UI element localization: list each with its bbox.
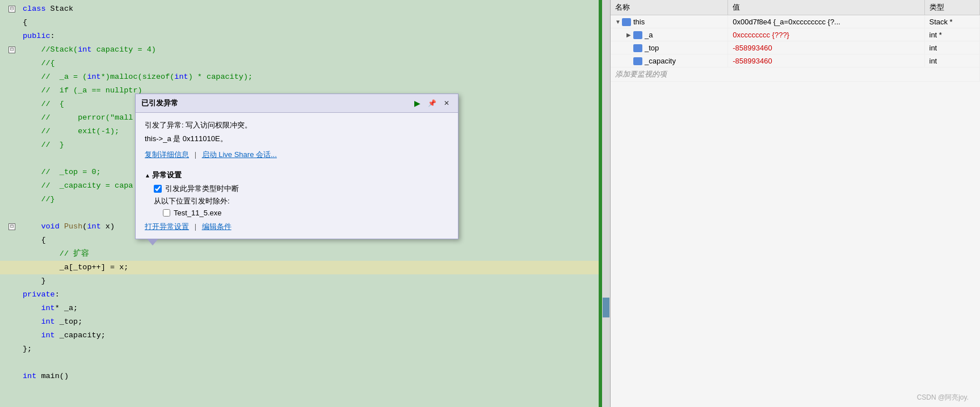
popup-pin-button[interactable]: 📌 — [426, 97, 438, 109]
line-content-28: int main() — [20, 370, 610, 383]
popup-play-button[interactable]: ▶ — [411, 97, 423, 109]
var-icon-top — [633, 44, 642, 52]
watch-header-row: 名称 值 类型 — [611, 0, 980, 15]
watch-value-top: -858993460 — [728, 41, 924, 54]
code-line-27 — [0, 356, 610, 370]
collapse-icon-17[interactable]: ⊟ — [9, 223, 15, 230]
exclude-row: 从以下位置引发时除外: — [154, 196, 449, 206]
code-line-19: // 扩容 — [0, 247, 610, 261]
add-watch-label[interactable]: 添加要监视的项 — [611, 67, 980, 82]
break-on-exception-checkbox[interactable] — [154, 185, 162, 193]
code-line-28: int main() — [0, 370, 610, 383]
code-line-1: ⊟ class Stack — [0, 2, 610, 16]
collapse-icon-4[interactable]: ⊟ — [9, 46, 15, 53]
watch-name-capacity: ▶ _capacity — [611, 54, 728, 67]
gutter-4[interactable]: ⊟ — [3, 46, 20, 53]
exclude-label: 从以下位置引发时除外: — [154, 197, 230, 205]
link-sep-2: | — [195, 222, 199, 231]
code-scrollbar[interactable] — [602, 0, 610, 407]
watch-col-type: 类型 — [924, 0, 980, 15]
popup-links: 复制详细信息 | 启动 Live Share 会话... — [145, 150, 449, 160]
tree-arrow-this[interactable]: ▼ — [615, 19, 622, 25]
exception-settings-title[interactable]: 异常设置 — [145, 170, 449, 180]
code-scrollbar-thumb[interactable] — [603, 298, 609, 317]
var-icon-this — [622, 18, 631, 26]
watch-type-a: int * — [924, 28, 980, 41]
watch-row-a[interactable]: ▶ _a 0xcccccccc {???} int * — [611, 28, 980, 41]
code-line-20: _a[_top++] = x; ✕ — [0, 261, 610, 274]
var-icon-a — [633, 31, 642, 39]
popup-title: 已引发异常 — [141, 98, 178, 108]
watch-name-this: ▼ this — [611, 15, 728, 28]
line-content-23: int* _a; — [20, 302, 610, 315]
code-line-5: //{ — [0, 57, 610, 70]
line-content-20: _a[_top++] = x; — [20, 261, 596, 274]
popup-close-button[interactable]: ✕ — [441, 97, 452, 109]
watch-name-a: ▶ _a — [611, 28, 728, 41]
gutter-17[interactable]: ⊟ — [3, 223, 20, 230]
watch-value-a: 0xcccccccc {???} — [728, 28, 924, 41]
watch-value-capacity: -858993460 — [728, 54, 924, 67]
line-content-27 — [20, 356, 610, 370]
line-content-1: class Stack — [20, 2, 610, 16]
open-exception-settings-link[interactable]: 打开异常设置 — [145, 222, 189, 231]
watch-table: 名称 值 类型 ▼ this 0x00d7f8e4 {_a=0xcccccccc… — [611, 0, 980, 82]
edit-conditions-link[interactable]: 编辑条件 — [202, 222, 232, 231]
code-line-4: ⊟ //Stack(int capacity = 4) — [0, 43, 610, 57]
watch-value-this: 0x00d7f8e4 {_a=0xcccccccc {?... — [728, 15, 924, 28]
line-content-4: //Stack(int capacity = 4) — [20, 43, 610, 57]
watch-type-capacity: int — [924, 54, 980, 67]
watch-name-top: ▶ _top — [611, 41, 728, 54]
code-line-25: int _capacity; — [0, 329, 610, 342]
code-line-21: } — [0, 274, 610, 288]
tree-arrow-a[interactable]: ▶ — [626, 32, 633, 38]
watch-col-name: 名称 — [611, 0, 728, 15]
exception-popup[interactable]: 已引发异常 ▶ 📌 ✕ 引发了异常: 写入访问权限冲突。 this->_a 是 … — [135, 94, 459, 239]
watch-panel: 名称 值 类型 ▼ this 0x00d7f8e4 {_a=0xcccccccc… — [610, 0, 980, 407]
watch-type-this: Stack * — [924, 15, 980, 28]
code-line-2: { — [0, 16, 610, 29]
popup-titlebar: 已引发异常 ▶ 📌 ✕ — [136, 94, 458, 113]
watch-col-value: 值 — [728, 0, 924, 15]
watch-row-this[interactable]: ▼ this 0x00d7f8e4 {_a=0xcccccccc {?... S… — [611, 15, 980, 28]
popup-action-links: 打开异常设置 | 编辑条件 — [145, 222, 449, 232]
exe-checkbox-row: Test_11_5.exe — [163, 209, 449, 217]
line-content-25: int _capacity; — [20, 329, 610, 342]
popup-controls: ▶ 📌 ✕ — [411, 97, 452, 109]
exe-checkbox[interactable] — [163, 209, 170, 217]
code-line-24: int _top; — [0, 315, 610, 329]
line-content-19: // 扩容 — [20, 247, 610, 261]
break-on-exception-row: 引发此异常类型时中断 — [154, 184, 449, 194]
line-content-5: //{ — [20, 57, 610, 70]
code-line-23: int* _a; — [0, 302, 610, 315]
copy-details-link[interactable]: 复制详细信息 — [145, 150, 189, 159]
break-on-exception-label: 引发此异常类型时中断 — [165, 184, 239, 194]
line-content-2: { — [20, 16, 610, 29]
csdn-watermark: CSDN @阿亮joy. — [917, 393, 969, 402]
popup-message-2: this->_a 是 0x111010E。 — [145, 133, 449, 145]
gutter-1[interactable]: ⊟ — [3, 6, 20, 12]
popup-arrow — [147, 239, 158, 245]
code-editor[interactable]: ⊟ class Stack { public: ⊟ //Stack(int ca… — [0, 0, 610, 407]
line-content-26: }; — [20, 342, 610, 356]
exe-label: Test_11_5.exe — [174, 209, 222, 217]
exception-settings: 异常设置 引发此异常类型时中断 从以下位置引发时除外: Test_11_5.ex… — [145, 166, 449, 217]
line-content-3: public: — [20, 29, 610, 43]
popup-message-1: 引发了异常: 写入访问权限冲突。 — [145, 120, 449, 131]
line-content-24: int _top; — [20, 315, 610, 329]
code-line-26: }; — [0, 342, 610, 356]
code-line-22: private: — [0, 288, 610, 302]
link-sep-1: | — [195, 150, 199, 159]
popup-content: 引发了异常: 写入访问权限冲突。 this->_a 是 0x111010E。 复… — [136, 113, 458, 239]
var-icon-capacity — [633, 57, 642, 65]
collapse-icon-1[interactable]: ⊟ — [9, 6, 15, 12]
line-content-21: } — [20, 274, 610, 288]
line-content-22: private: — [20, 288, 610, 302]
liveshare-link[interactable]: 启动 Live Share 会话... — [202, 150, 277, 159]
line-content-6: // _a = (int*)malloc(sizeof(int) * capac… — [20, 70, 610, 84]
watch-type-top: int — [924, 41, 980, 54]
watch-row-top[interactable]: ▶ _top -858993460 int — [611, 41, 980, 54]
code-line-3: public: — [0, 29, 610, 43]
watch-row-capacity[interactable]: ▶ _capacity -858993460 int — [611, 54, 980, 67]
add-watch-row[interactable]: 添加要监视的项 — [611, 67, 980, 82]
